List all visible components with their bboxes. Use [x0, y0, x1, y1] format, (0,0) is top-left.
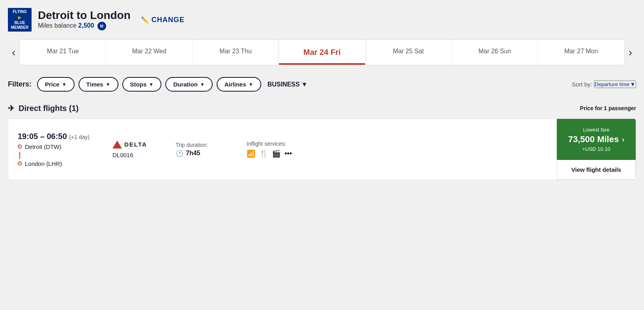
direct-flights-title: Direct flights (1) — [19, 104, 79, 113]
view-details-label: View flight details — [571, 166, 621, 173]
route-title: Detroit to London — [38, 9, 131, 22]
origin-dot — [18, 145, 22, 148]
lowest-fare-label: Lowest fare — [583, 127, 609, 133]
filters-label: Filters: — [8, 80, 32, 88]
logo-line2: BLUE — [14, 21, 25, 25]
prev-date-button[interactable]: ‹ — [8, 46, 19, 59]
price-filter-button[interactable]: Price ▼ — [37, 77, 75, 92]
business-class-button[interactable]: BUSINESS ▼ — [268, 81, 308, 88]
date-item-6[interactable]: Mar 27 Mon — [538, 40, 624, 65]
section-title: ✈ Direct flights (1) — [8, 103, 79, 113]
date-selector-wrapper: ‹ Mar 21 Tue Mar 22 Wed Mar 23 Thu Mar 2… — [8, 39, 636, 65]
flight-card: 19:05 – 06:50 (+1 day) Detroit (DTW) Lon… — [8, 118, 636, 180]
header-text: Detroit to London Miles balance 2,500 M — [38, 9, 131, 30]
logo-line1: FLYING — [13, 9, 27, 14]
flying-blue-logo: FLYING ► BLUE MEMBER — [8, 8, 32, 32]
stops-filter-label: Stops — [130, 81, 147, 88]
pencil-icon: ✏️ — [141, 16, 149, 24]
route-info: 19:05 – 06:50 (+1 day) Detroit (DTW) Lon… — [18, 132, 97, 167]
date-item-1[interactable]: Mar 22 Wed — [106, 40, 193, 65]
change-button[interactable]: ✏️ CHANGE — [141, 16, 185, 24]
date-item-3-active[interactable]: Mar 24 Fri — [279, 40, 365, 65]
airline-logo: DELTA — [112, 141, 160, 148]
price-section: Lowest fare 73,500 Miles › +USD 10.10 Vi… — [557, 119, 636, 180]
miles-balance-row: Miles balance 2,500 M — [38, 22, 131, 30]
time-separator: – — [40, 132, 47, 141]
duration-value: 7h45 — [186, 150, 200, 157]
next-date-button[interactable]: › — [625, 46, 636, 59]
duration-filter-button[interactable]: Duration ▼ — [165, 77, 213, 92]
origin-label: Detroit (DTW) — [25, 143, 62, 150]
route-line-container — [18, 152, 97, 159]
plane-icon: ✈ — [8, 103, 15, 113]
duration-chevron-icon: ▼ — [200, 82, 205, 87]
duration-label: Trip duration: — [176, 142, 231, 148]
dest-dot — [18, 162, 22, 165]
miles-price-value: 73,500 Miles — [568, 134, 619, 145]
change-label: CHANGE — [152, 16, 185, 24]
business-chevron-icon: ▼ — [301, 81, 307, 88]
logo-arrow: ► — [17, 14, 22, 21]
origin-point: Detroit (DTW) — [18, 143, 97, 150]
date-item-2[interactable]: Mar 23 Thu — [193, 40, 279, 65]
price-for-passenger-label: Price for 1 passenger — [580, 105, 636, 111]
miles-price-row: 73,500 Miles › — [568, 134, 624, 145]
usd-price: +USD 10.10 — [582, 146, 610, 152]
dest-label: London (LHR) — [25, 160, 62, 167]
arrival-time: 06:50 — [47, 132, 67, 141]
date-item-4[interactable]: Mar 25 Sat — [365, 40, 452, 65]
times-filter-button[interactable]: Times ▼ — [79, 77, 118, 92]
times-filter-label: Times — [86, 81, 103, 88]
more-services-icon: ••• — [285, 150, 292, 158]
business-label: BUSINESS — [268, 81, 300, 88]
stops-chevron-icon: ▼ — [149, 82, 154, 87]
flight-number: DL0016 — [112, 152, 160, 158]
route-line — [19, 152, 20, 159]
airlines-chevron-icon: ▼ — [249, 82, 253, 87]
filters-row: Filters: Price ▼ Times ▼ Stops ▼ Duratio… — [8, 77, 636, 92]
airline-name: DELTA — [124, 141, 147, 148]
date-item-0[interactable]: Mar 21 Tue — [20, 40, 106, 65]
logo-line3: MEMBER — [11, 25, 28, 30]
miles-balance-label: Miles balance — [38, 22, 77, 29]
price-chevron-icon: ▼ — [62, 82, 67, 87]
sort-by-value-button[interactable]: Departure time ▼ — [594, 81, 636, 88]
view-flight-details-button[interactable]: View flight details — [557, 160, 636, 180]
meal-icon: 🍴 — [259, 149, 268, 158]
services-label: Inflight services: — [247, 141, 310, 147]
times-chevron-icon: ▼ — [106, 82, 110, 87]
route-points: Detroit (DTW) London (LHR) — [18, 143, 97, 167]
entertainment-icon: 🎬 — [272, 149, 281, 158]
stops-filter-button[interactable]: Stops ▼ — [122, 77, 162, 92]
sort-by-value-label: Departure time — [595, 81, 629, 87]
services-info: Inflight services: 📶 🍴 🎬 ••• — [247, 141, 310, 158]
date-selector: Mar 21 Tue Mar 22 Wed Mar 23 Thu Mar 24 … — [19, 39, 624, 65]
page-header: FLYING ► BLUE MEMBER Detroit to London M… — [8, 8, 636, 32]
delta-triangle-icon — [112, 141, 122, 148]
duration-info: Trip duration: 🕐 7h45 — [176, 142, 231, 157]
duration-time: 🕐 7h45 — [176, 150, 231, 157]
airlines-filter-button[interactable]: Airlines ▼ — [217, 77, 261, 92]
services-icons: 📶 🍴 🎬 ••• — [247, 149, 310, 158]
flight-info: 19:05 – 06:50 (+1 day) Detroit (DTW) Lon… — [8, 119, 557, 180]
chevron-right-icon: › — [622, 135, 624, 144]
airline-info: DELTA DL0016 — [112, 141, 160, 158]
airlines-filter-label: Airlines — [225, 81, 246, 88]
dest-point: London (LHR) — [18, 160, 97, 167]
flight-times: 19:05 – 06:50 (+1 day) — [18, 132, 97, 141]
sort-by: Sort by: Departure time ▼ — [572, 81, 636, 88]
miles-icon: M — [97, 22, 106, 30]
date-item-5[interactable]: Mar 26 Sun — [452, 40, 538, 65]
price-filter-label: Price — [45, 81, 60, 88]
clock-icon: 🕐 — [176, 150, 183, 157]
next-day-label: (+1 day) — [69, 134, 90, 140]
flights-section-header: ✈ Direct flights (1) Price for 1 passeng… — [8, 103, 636, 113]
duration-filter-label: Duration — [173, 81, 198, 88]
miles-balance-value: 2,500 — [78, 22, 94, 29]
sort-by-chevron-icon: ▼ — [630, 81, 635, 87]
lowest-fare-button[interactable]: Lowest fare 73,500 Miles › +USD 10.10 — [557, 119, 636, 160]
sort-by-label: Sort by: — [572, 81, 592, 88]
wifi-icon: 📶 — [247, 149, 255, 158]
departure-time: 19:05 — [18, 132, 38, 141]
